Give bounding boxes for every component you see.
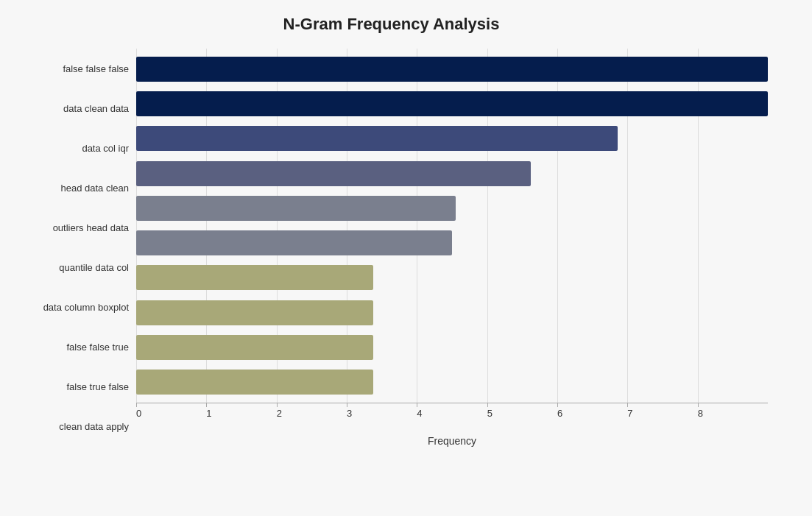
bar (136, 161, 531, 186)
bar (136, 57, 768, 82)
bar-row (136, 53, 768, 85)
x-tick: 2 (277, 403, 347, 419)
bar-row (136, 158, 768, 190)
bar-row (136, 88, 768, 120)
x-tick: 4 (417, 403, 487, 419)
bar (136, 126, 618, 151)
y-label: data column boxplot (43, 303, 129, 312)
bar (136, 335, 373, 360)
bar-row (136, 122, 768, 155)
bar (136, 230, 452, 255)
x-tick: 6 (557, 403, 627, 419)
x-axis-label: Frequency (136, 435, 768, 447)
x-tick: 3 (347, 403, 417, 419)
chart-title: N-Gram Frequency Analysis (15, 15, 768, 34)
y-label: quantile data col (59, 263, 129, 272)
y-label: head data clean (60, 183, 129, 193)
bar (136, 370, 373, 395)
bar-row (136, 366, 768, 398)
y-labels: false false falsedata clean datadata col… (15, 49, 136, 447)
bar (136, 91, 768, 116)
bar-row (136, 331, 768, 364)
bar (136, 265, 373, 290)
x-axis: 012345678 (136, 403, 768, 432)
y-label: clean data apply (59, 422, 129, 431)
y-label: data col iqr (82, 144, 129, 153)
x-tick: 0 (136, 403, 206, 419)
x-tick: 8 (698, 403, 768, 419)
y-label: false false true (66, 342, 129, 352)
bar (136, 196, 456, 221)
chart-area: false false falsedata clean datadata col… (15, 49, 768, 447)
bars-section (136, 49, 768, 403)
bar-row (136, 192, 768, 225)
bars-and-x: 012345678 Frequency (136, 49, 768, 447)
bar-row (136, 261, 768, 294)
bar-row (136, 227, 768, 259)
bars-inner (136, 49, 768, 403)
x-ticks: 012345678 (136, 403, 768, 432)
x-tick: 1 (206, 403, 276, 419)
bar (136, 300, 373, 325)
x-tick: 5 (487, 403, 557, 419)
y-label: false true false (66, 382, 129, 392)
bar-row (136, 297, 768, 329)
y-label: outliers head data (53, 223, 129, 233)
y-label: data clean data (63, 104, 129, 113)
chart-container: N-Gram Frequency Analysis false false fa… (0, 0, 812, 516)
x-tick: 7 (627, 403, 697, 419)
y-label: false false false (63, 64, 129, 74)
